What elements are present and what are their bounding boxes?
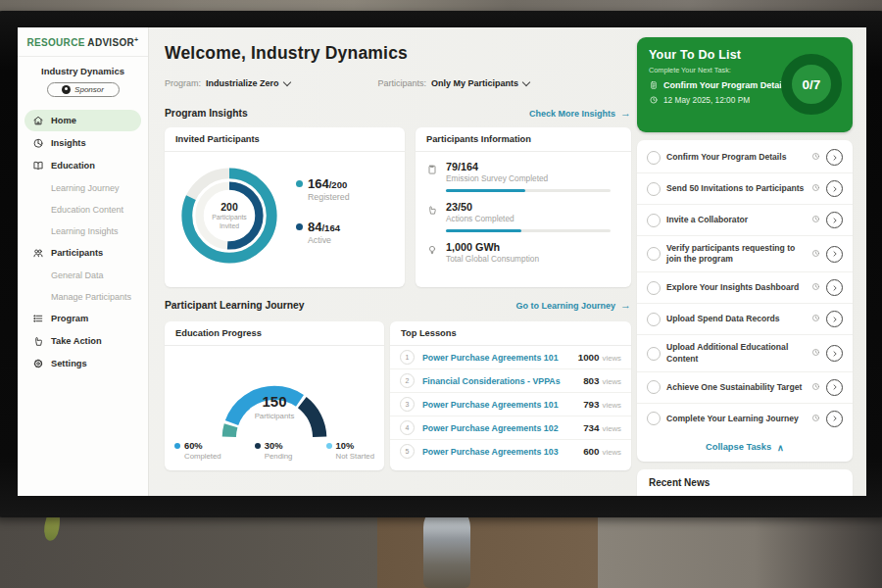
clock-icon [811, 183, 820, 194]
consumption-row: 1,000 GWh Total Global Consumption [416, 232, 631, 264]
lesson-rank: 3 [400, 397, 415, 412]
sidebar-nav: Home Insights Education Learning Journey… [18, 107, 148, 374]
chevron-right-button[interactable] [826, 180, 843, 197]
todo-item-6[interactable]: Upload Spend Data Records [637, 304, 853, 335]
sidebar-item-education-content[interactable]: Education Content [24, 199, 141, 220]
lesson-rank: 1 [400, 350, 415, 365]
lesson-link[interactable]: Power Purchase Agreements 102 [422, 423, 583, 433]
app-logo: RESOURCE ADVISOR+ [18, 36, 148, 57]
checkbox[interactable] [647, 182, 661, 196]
clipboard-icon [426, 164, 438, 175]
clock-icon [811, 414, 820, 424]
sidebar-item-program[interactable]: Program [24, 308, 141, 329]
chevron-down-icon [282, 77, 290, 85]
checkbox[interactable] [647, 380, 661, 394]
collapse-tasks-link[interactable]: Collapse Tasks ∧ [637, 434, 853, 460]
sidebar-item-learning-insights[interactable]: Learning Insights [24, 220, 141, 241]
checkbox[interactable] [647, 151, 661, 165]
sidebar-item-settings[interactable]: Settings [24, 353, 141, 374]
todo-item-4[interactable]: Verify participants requesting to join t… [637, 236, 853, 272]
take-action-icon [32, 335, 44, 347]
chevron-right-button[interactable] [826, 379, 843, 396]
todo-progress-value: 0/7 [803, 77, 821, 92]
todo-item-7[interactable]: Upload Additional Educational Content [637, 335, 853, 371]
todo-item-8[interactable]: Achieve One Sustainability Target [637, 372, 853, 404]
actions-completed-row: 23/50 Actions Completed [416, 192, 631, 232]
program-filter-dropdown[interactable]: Program: Industrialize Zero [165, 78, 290, 88]
background-wall-right [598, 510, 882, 588]
todo-progress-ring: 0/7 [781, 54, 842, 115]
sidebar-item-take-action[interactable]: Take Action [24, 330, 141, 352]
sidebar: RESOURCE ADVISOR+ Industry Dynamics Spon… [18, 27, 149, 496]
checkbox[interactable] [647, 247, 661, 261]
sidebar-item-insights[interactable]: Insights [24, 132, 141, 154]
donut-center-label: 200 Participants Invited [176, 163, 282, 269]
sidebar-item-manage-participants[interactable]: Manage Participants [24, 286, 141, 307]
gauge-center-label: 150 Participants [186, 392, 363, 421]
background-wall-middle [377, 510, 598, 588]
legend-registered: 164/200 Registered [296, 176, 350, 202]
clock-icon [811, 152, 820, 163]
program-filter-value: Industrialize Zero [206, 78, 279, 88]
participants-filter-dropdown[interactable]: Participants: Only My Participants [378, 78, 530, 88]
check-more-insights-link[interactable]: Check More Insights → [529, 108, 631, 119]
registered-dot [296, 180, 303, 187]
clock-icon [811, 215, 820, 225]
participants-information-card: Participants Information 79/164 Emission… [416, 127, 631, 287]
sponsor-badge[interactable]: Sponsor [47, 82, 120, 97]
document-icon [649, 80, 659, 90]
checkbox[interactable] [647, 281, 661, 295]
lesson-rank: 2 [400, 373, 415, 388]
sidebar-item-participants[interactable]: Participants [24, 242, 141, 264]
card-title: Participants Information [416, 127, 631, 152]
chevron-right-button[interactable] [826, 279, 843, 296]
todo-item-3[interactable]: Invite a Collaborator [637, 205, 853, 236]
arrow-right-icon: → [620, 108, 631, 119]
active-dot [296, 223, 303, 230]
lesson-link[interactable]: Power Purchase Agreements 101 [422, 400, 583, 410]
recent-news-title: Recent News [637, 469, 853, 496]
chevron-right-button[interactable] [826, 212, 843, 228]
lesson-link[interactable]: Power Purchase Agreements 103 [422, 447, 583, 457]
lesson-link[interactable]: Financial Considerations - VPPAs [422, 376, 583, 386]
clock-icon [811, 249, 820, 260]
sidebar-item-general-data[interactable]: General Data [24, 265, 141, 285]
invited-donut-chart: 200 Participants Invited [176, 163, 282, 269]
go-to-learning-journey-link[interactable]: Go to Learning Journey → [515, 300, 631, 311]
legend-completed: 60% Completed [174, 441, 221, 461]
chevron-right-button[interactable] [826, 345, 843, 362]
sidebar-item-home[interactable]: Home [24, 110, 141, 131]
checkbox[interactable] [647, 347, 661, 361]
settings-icon [32, 358, 44, 369]
lesson-rank: 4 [400, 420, 415, 435]
clock-icon [811, 382, 820, 393]
legend-pending: 30% Pending [255, 441, 293, 461]
chevron-right-button[interactable] [826, 246, 843, 263]
participants-filter-label: Participants: [378, 78, 427, 88]
emission-progress-bar [446, 189, 611, 192]
sponsor-icon [62, 85, 71, 94]
todo-item-5[interactable]: Explore Your Insights Dashboard [637, 272, 853, 304]
todo-panel: Your To Do List Complete Your Next Task:… [637, 37, 853, 496]
lesson-link[interactable]: Power Purchase Agreements 101 [422, 353, 578, 363]
chevron-right-button[interactable] [826, 311, 843, 327]
sidebar-item-learning-journey[interactable]: Learning Journey [24, 177, 141, 198]
program-icon [32, 313, 44, 324]
sidebar-item-education[interactable]: Education [24, 155, 141, 176]
todo-item-1[interactable]: Confirm Your Program Details [637, 142, 853, 173]
program-filter-label: Program: [165, 78, 201, 88]
checkbox[interactable] [647, 412, 661, 425]
clock-icon [811, 348, 820, 359]
chevron-right-button[interactable] [826, 149, 843, 166]
checkbox[interactable] [647, 214, 661, 227]
arrow-right-icon: → [620, 300, 631, 311]
todo-item-2[interactable]: Send 50 Invitations to Participants [637, 173, 853, 205]
monitor-screen: RESOURCE ADVISOR+ Industry Dynamics Spon… [18, 27, 866, 496]
actions-progress-bar [446, 229, 611, 232]
chevron-right-button[interactable] [826, 411, 843, 427]
checkbox[interactable] [647, 313, 661, 326]
todo-item-9[interactable]: Complete Your Learning Journey [637, 404, 853, 434]
education-progress-card: Education Progress 150 Participants 60% [165, 321, 384, 470]
todo-list-card: Confirm Your Program Details Send 50 Inv… [637, 140, 853, 462]
top-lessons-card: Top Lessons 1 Power Purchase Agreements … [390, 321, 631, 470]
